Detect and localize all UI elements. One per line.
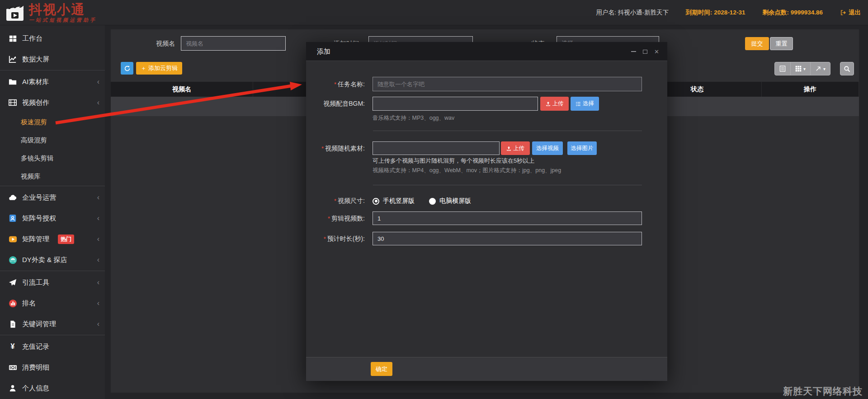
- sidebar-item-video-create[interactable]: 视频创作 ‹: [0, 92, 105, 113]
- id-badge-icon: [8, 214, 17, 223]
- duration-label: *预计时长(秒):: [306, 232, 365, 246]
- chevron-left-icon: ‹: [97, 256, 99, 263]
- sidebar-item-keywords[interactable]: 关键词管理 ‹: [0, 314, 105, 334]
- modal-footer: 确定: [306, 357, 667, 381]
- sidebar-subitem-advanced-mix[interactable]: 高级混剪: [0, 131, 105, 149]
- money-bill-icon: [8, 363, 17, 372]
- bgm-input[interactable]: [373, 97, 538, 111]
- material-label: *视频随机素材:: [306, 141, 365, 155]
- chevron-left-icon: ‹: [97, 215, 99, 222]
- caret-down-icon: ▾: [803, 66, 806, 71]
- list-view-button[interactable]: [775, 62, 791, 75]
- maximize-icon[interactable]: [643, 50, 647, 54]
- chevron-left-icon: ‹: [97, 194, 99, 201]
- material-upload-button[interactable]: 上传: [501, 141, 530, 155]
- close-icon[interactable]: ✕: [654, 49, 659, 55]
- play-square-icon: [8, 235, 17, 244]
- task-name-input[interactable]: [373, 77, 642, 91]
- sidebar-item-matrix-auth[interactable]: 矩阵号授权 ‹: [0, 208, 105, 229]
- table-header-cell: 操作: [762, 82, 859, 97]
- sidebar-subitem-fast-mix[interactable]: 极速混剪: [0, 113, 105, 131]
- search-button[interactable]: [840, 62, 854, 75]
- film-icon: [8, 98, 17, 107]
- chevron-left-icon: ‹: [97, 235, 99, 243]
- caret-down-icon: ▾: [823, 66, 826, 71]
- add-cloud-edit-button[interactable]: ＋ 添加云剪辑: [136, 62, 182, 75]
- folder-icon: [8, 77, 17, 86]
- material-input[interactable]: [373, 141, 500, 155]
- size-label: *视频尺寸:: [306, 194, 365, 207]
- bgm-upload-button[interactable]: 上传: [540, 97, 569, 111]
- file-icon: [8, 319, 17, 329]
- expire-info: 到期时间: 2028-12-31: [686, 9, 745, 17]
- radio-unselected-icon[interactable]: [429, 198, 436, 205]
- sidebar-item-ranking[interactable]: 排名 ‹: [0, 293, 105, 314]
- bgm-select-button[interactable]: 选择: [571, 97, 599, 111]
- bgm-label: 视频配音BGM:: [306, 97, 365, 111]
- task-name-label: *任务名称:: [306, 77, 365, 92]
- topbar: 抖视小通 一站式短视频运营助手 用户名: 抖视小通-新胜天下 到期时间: 202…: [0, 0, 868, 25]
- required-asterisk: *: [328, 215, 330, 222]
- sidebar-item-profile[interactable]: 个人信息: [0, 378, 105, 399]
- size-option-portrait[interactable]: 手机竖屏版: [383, 197, 415, 205]
- chevron-left-icon: ‹: [97, 320, 99, 328]
- sidebar-subitem-video-library[interactable]: 视频库: [0, 167, 105, 185]
- watermark-text: 新胜天下网络科技: [783, 385, 863, 398]
- confirm-button[interactable]: 确定: [371, 362, 392, 376]
- grid-view-button[interactable]: ▾: [791, 62, 811, 75]
- clip-count-input[interactable]: [373, 211, 642, 225]
- sidebar-item-recharge[interactable]: ¥ 充值记录: [0, 336, 105, 357]
- minimize-icon[interactable]: [631, 51, 636, 52]
- view-toolbar: ▾ ▾: [774, 62, 830, 75]
- app-logo: 抖视小通 一站式短视频运营助手: [5, 2, 97, 23]
- clip-count-label: *剪辑视频数:: [306, 211, 365, 225]
- sidebar-subitem-multicam-edit[interactable]: 多镜头剪辑: [0, 149, 105, 167]
- sidebar: 工作台 数据大屏 AI素材库 ‹ 视频创作 ‹ 极速混剪 高级混剪 多镜头剪辑 …: [0, 25, 105, 399]
- sidebar-item-data-screen[interactable]: 数据大屏: [0, 49, 105, 70]
- paper-plane-icon: [8, 278, 17, 287]
- video-name-label: 视频名: [156, 36, 175, 51]
- add-task-modal: 添加 ✕ *任务名称: 视频配音BGM: 上传 选择 音乐格式支持：MP3、og…: [306, 42, 667, 381]
- sidebar-item-expenses[interactable]: 消费明细: [0, 357, 105, 378]
- material-hint-1: 可上传多个视频与图片随机混剪，每个视频时长应该在5秒以上: [373, 157, 534, 165]
- required-asterisk: *: [334, 197, 336, 204]
- size-option-landscape[interactable]: 电脑横屏版: [439, 197, 471, 205]
- chevron-left-icon: ‹: [97, 99, 99, 106]
- modal-titlebar[interactable]: 添加 ✕: [306, 42, 667, 61]
- yen-icon: ¥: [8, 342, 17, 351]
- refresh-button[interactable]: [121, 62, 133, 75]
- cloud-icon: [8, 193, 17, 202]
- radio-selected-icon[interactable]: [373, 198, 379, 205]
- sidebar-item-matrix-manage[interactable]: 矩阵管理 热门 ‹: [0, 229, 105, 249]
- select-video-button[interactable]: 选择视频: [532, 141, 563, 155]
- refresh-icon: [124, 65, 131, 72]
- username-info: 用户名: 抖视小通-新胜天下: [596, 9, 669, 17]
- user-icon: [8, 384, 17, 393]
- select-image-button[interactable]: 选择图片: [567, 141, 597, 155]
- modal-divider: [373, 131, 642, 131]
- helmet-icon: [8, 255, 17, 264]
- hot-badge: 热门: [58, 235, 74, 244]
- reset-button[interactable]: 重置: [770, 37, 793, 50]
- export-view-button[interactable]: ▾: [811, 62, 830, 75]
- sidebar-item-enterprise[interactable]: 企业号运营 ‹: [0, 187, 105, 208]
- bgm-hint: 音乐格式支持：MP3、ogg、wav: [373, 114, 454, 122]
- sidebar-item-ai-library[interactable]: AI素材库 ‹: [0, 71, 105, 92]
- logout-button[interactable]: 退出: [840, 9, 861, 17]
- upload-icon: [506, 146, 511, 151]
- upload-icon: [546, 101, 551, 106]
- sidebar-item-dy-takeout[interactable]: DY外卖 & 探店 ‹: [0, 249, 105, 270]
- table-header-cell: 视频名: [111, 82, 253, 97]
- sidebar-divider: [0, 335, 105, 335]
- sidebar-item-workbench[interactable]: 工作台: [0, 28, 105, 49]
- points-info: 剩余点数: 9999934.86: [762, 9, 823, 17]
- sidebar-divider: [0, 70, 105, 70]
- duration-input[interactable]: [373, 232, 642, 245]
- submit-button[interactable]: 提交: [745, 37, 769, 50]
- sidebar-item-traffic-tools[interactable]: 引流工具 ‹: [0, 272, 105, 293]
- sidebar-divider: [0, 186, 105, 186]
- video-name-input[interactable]: [181, 36, 286, 51]
- plus-icon: ＋: [141, 64, 146, 72]
- required-asterisk: *: [324, 235, 326, 242]
- logo-title: 抖视小通: [29, 2, 97, 17]
